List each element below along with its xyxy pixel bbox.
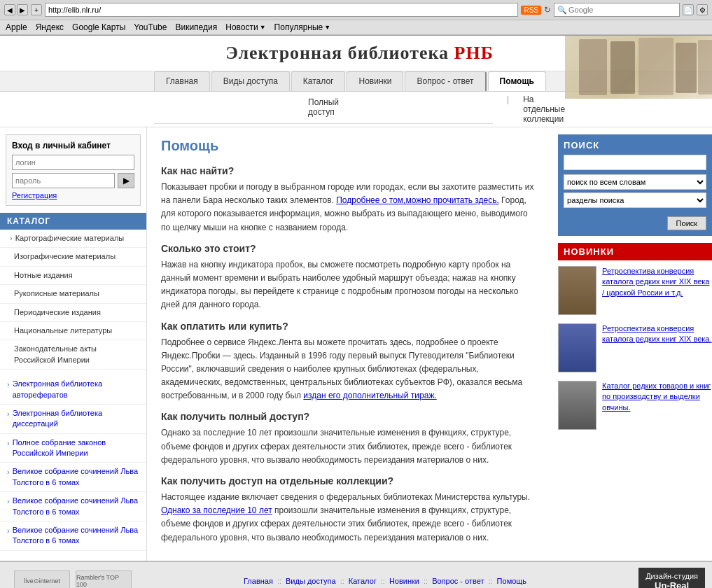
link-arrow-icon-5: › [7, 496, 10, 507]
section-link-5[interactable]: Однако за последние 10 лет [161, 505, 272, 515]
bookmark-news-dropdown[interactable]: Новости ▼ [225, 22, 265, 32]
news-chevron-icon: ▼ [260, 24, 266, 31]
book-link-1[interactable]: Ретроспектива конверсия каталога редких … [602, 266, 712, 315]
section-title-4: Как получить полный доступ? [161, 411, 537, 422]
refresh-button[interactable]: ↻ [544, 5, 551, 15]
subnav-collections[interactable]: На отдельные коллекции [523, 94, 565, 124]
tab-main[interactable]: Главная [154, 71, 210, 91]
catalog-item-national[interactable]: Национальные литературы [0, 322, 146, 340]
search-box: ПОИСК поиск по всем словам разделы поиск… [558, 134, 712, 236]
register-link[interactable]: Регистрация [12, 191, 134, 200]
settings-button[interactable]: ⚙ [697, 4, 708, 15]
login-box: Вход в личный кабинет ▶ Регистрация [6, 134, 141, 206]
catalog-item-music[interactable]: Нотные издания [0, 267, 146, 285]
catalog-item-izograph[interactable]: Изографические материалы [0, 248, 146, 266]
catalog-item-maps[interactable]: ›Картографические материалы [0, 230, 146, 248]
link-arrow-icon-2: › [7, 409, 10, 419]
tab-help[interactable]: Помощь [488, 71, 546, 91]
search-text-input[interactable] [564, 155, 706, 170]
page-title: Помощь [161, 138, 537, 154]
forward-button[interactable]: ▶ [17, 4, 28, 15]
tab-catalog[interactable]: Каталог [291, 71, 346, 91]
catalog-header: КАТАЛОГ [0, 213, 146, 230]
browser-search-bar: 🔍 [554, 3, 680, 17]
bookmark-news: Новости [225, 22, 258, 32]
url-bar[interactable] [45, 3, 518, 17]
login-title: Вход в личный кабинет [12, 141, 134, 150]
login-row: ▶ [12, 173, 134, 188]
catalog-item-manuscripts[interactable]: Рукописные материалы [0, 285, 146, 303]
catalog-link-tolstoy-1[interactable]: › Великое собрание сочинений Льва Толсто… [0, 463, 146, 492]
tab-new[interactable]: Новинки [347, 71, 403, 91]
footer-link-qa[interactable]: Вопрос - ответ [432, 577, 484, 585]
link-arrow-icon-6: › [7, 526, 10, 536]
footer-link-catalog[interactable]: Каталог [349, 577, 377, 585]
bookmark-yandex[interactable]: Яндекс [36, 22, 64, 32]
page-wrapper: Электронная библиотека РНБ Главная Виды … [0, 36, 712, 588]
password-input[interactable] [12, 173, 115, 188]
bookmark-google-maps[interactable]: Google Карты [72, 22, 125, 32]
live-internet-logo[interactable]: live⊙internet [14, 570, 70, 588]
bookmark-youtube[interactable]: YouTube [134, 22, 167, 32]
footer-nav: Главная :: Виды доступа :: Каталог :: Но… [244, 577, 526, 585]
book-thumb-2 [558, 323, 596, 372]
subnav-separator: | [507, 94, 509, 124]
catalog-link-diss[interactable]: › Электронная библиотека диссертаций [0, 405, 146, 434]
catalog-link-autoref[interactable]: › Электронная библиотека авторефератов [0, 375, 146, 405]
footer-link-main[interactable]: Главная [244, 577, 273, 585]
book-item-1: Ретроспектива конверсия каталога редких … [558, 266, 712, 315]
back-button[interactable]: ◀ [4, 4, 15, 15]
footer-design-box: Дизайн-студия Un-Real [638, 568, 705, 588]
footer-link-help[interactable]: Помощь [497, 577, 527, 585]
link-arrow-icon-3: › [7, 438, 10, 449]
section-title-3: Как оплатить или купить? [161, 321, 537, 332]
section-text-2: Нажав на кнопку индикатора пробок, вы см… [161, 258, 537, 312]
footer-sep-1: :: [277, 577, 281, 585]
svg-rect-0 [579, 39, 607, 95]
catalog-item-periodicals[interactable]: Периодические издания [0, 304, 146, 322]
tab-access[interactable]: Виды доступа [211, 71, 290, 91]
browser-toolbar: ◀ ▶ + RSS ↻ 🔍 📄 ⚙ [0, 0, 712, 20]
new-books-title: НОВИНКИ [558, 243, 712, 260]
book-link-2[interactable]: Ретроспектива конверсия каталога редких … [602, 323, 712, 372]
search-icon: 🔍 [557, 6, 567, 15]
section-link-1[interactable]: Подробнее о том,можно прочитать здесь. [336, 195, 499, 205]
login-submit-button[interactable]: ▶ [118, 173, 134, 188]
book-item-2: Ретроспектива конверсия каталога редких … [558, 323, 712, 372]
subnav-full-access[interactable]: Полный доступ [154, 94, 493, 124]
search-submit-button[interactable]: Поиск [667, 216, 706, 230]
catalog-link-tolstoy-2[interactable]: › Великое собрание сочинений Льва Толсто… [0, 492, 146, 522]
footer-sep-5: :: [488, 577, 492, 585]
footer-sep-3: :: [381, 577, 385, 585]
footer-design-name: Un-Real [645, 580, 698, 588]
bookmark-wikipedia[interactable]: Википедия [175, 22, 217, 32]
footer-link-access[interactable]: Виды доступа [286, 577, 336, 585]
sidebar: Вход в личный кабинет ▶ Регистрация КАТА… [0, 127, 147, 561]
catalog-link-tolstoy-3[interactable]: › Великое собрание сочинений Льва Толсто… [0, 522, 146, 551]
browser-search-input[interactable] [568, 6, 676, 14]
link-arrow-icon-4: › [7, 467, 10, 477]
section-link-3[interactable]: издан его дополнительный тираж. [303, 391, 436, 400]
search-submit-row: Поиск [564, 214, 706, 230]
catalog-link-laws-full[interactable]: › Полное собрание законов Российской Имп… [0, 434, 146, 463]
site-title: Электронная библиотека РНБ [225, 43, 494, 64]
login-input[interactable] [12, 155, 134, 170]
footer-link-new[interactable]: Новинки [389, 577, 419, 585]
section-text-5: Настоящее издание включает сведения о фе… [161, 491, 537, 545]
add-tab-button[interactable]: + [31, 4, 42, 15]
bookmark-popular-dropdown[interactable]: Популярные ▼ [274, 22, 331, 32]
content-wrapper: Помощь Как нас найти? Показывает пробки … [147, 127, 712, 561]
search-words-select[interactable]: поиск по всем словам [564, 174, 706, 190]
footer-design-label: Дизайн-студия [645, 572, 698, 580]
search-sections-select[interactable]: разделы поиска [564, 192, 706, 208]
tab-qa[interactable]: Вопрос - ответ [405, 71, 486, 91]
rss-button[interactable]: RSS [521, 6, 541, 15]
section-text-1: Показывает пробки и погоду в выбранном г… [161, 181, 537, 234]
rambler-logo[interactable]: Rambler's TOP 100 [76, 570, 132, 588]
catalog-item-laws[interactable]: Законодательные акты Российской Империи [0, 340, 146, 370]
book-link-3[interactable]: Каталог редких товаров и книг по произво… [602, 381, 712, 430]
section-text-3: Подробнее о сервисе Яндекс.Лента вы може… [161, 336, 537, 403]
bookmark-apple[interactable]: Apple [6, 22, 27, 32]
page-action-button[interactable]: 📄 [683, 4, 694, 15]
book-thumb-3 [558, 381, 596, 430]
